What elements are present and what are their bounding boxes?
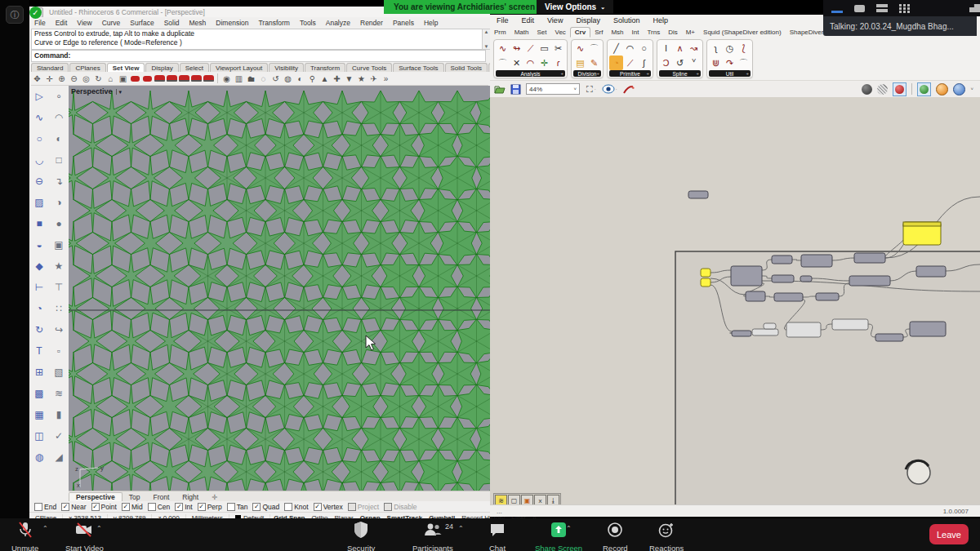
rhino-tab-solid-tools[interactable]: Solid Tools: [445, 63, 488, 72]
unmute-button[interactable]: Unmute: [11, 521, 38, 551]
osnap-checkbox-project[interactable]: [348, 503, 356, 511]
speaker-view-icon[interactable]: [854, 5, 865, 12]
gh-component-icon[interactable]: ∿: [573, 41, 587, 56]
participants-caret-icon[interactable]: ⌃: [458, 525, 464, 532]
rhino-menu-dimension[interactable]: Dimension: [211, 19, 253, 27]
gh-component[interactable]: [731, 266, 762, 286]
osnap-checkbox-tan[interactable]: [227, 503, 235, 511]
rhino-tab-select[interactable]: Select: [180, 63, 209, 72]
sidebar-tool-icon[interactable]: ⊞: [29, 362, 49, 383]
toolbar-vehicle-tool-icon[interactable]: [167, 75, 177, 82]
sidebar-tool-icon[interactable]: ◠: [49, 107, 69, 128]
display-gem-green-icon[interactable]: [917, 82, 931, 96]
rhino-viewport[interactable]: Perspective▾ zyx: [69, 86, 490, 491]
osnap-checkbox-knot[interactable]: [284, 503, 292, 511]
security-button[interactable]: Security: [347, 521, 375, 551]
share-screen-caret-icon[interactable]: ⌃: [566, 525, 572, 532]
viewport-tab-front[interactable]: Front: [146, 493, 176, 501]
reactions-button[interactable]: Reactions: [649, 521, 684, 551]
toolbar-tool-icon[interactable]: ▣: [117, 73, 129, 84]
zoom-extents-caret-icon[interactable]: ·: [595, 87, 596, 91]
toolbar-vehicle-tool-icon[interactable]: [154, 75, 165, 82]
grid-view-icon[interactable]: [899, 4, 911, 13]
sidebar-tool-icon[interactable]: ▷: [29, 86, 49, 107]
sidebar-tool-icon[interactable]: ▨: [29, 192, 49, 213]
record-button[interactable]: Record: [603, 521, 628, 551]
sidebar-tool-icon[interactable]: ▫: [49, 340, 69, 362]
gh-component-icon[interactable]: ∿: [496, 41, 510, 56]
canvas-zoom-select[interactable]: 44%˅: [526, 83, 580, 95]
gh-component[interactable]: [732, 331, 751, 336]
sidebar-tool-icon[interactable]: ▮: [49, 404, 69, 425]
toolbar-tool-icon[interactable]: ◐: [294, 73, 306, 84]
display-gem-red-icon[interactable]: [893, 82, 906, 96]
zoom-extents-icon[interactable]: ⛶: [586, 84, 593, 95]
rhino-tab-visibility[interactable]: Visibility: [269, 63, 304, 72]
rhino-menu-panels[interactable]: Panels: [388, 19, 419, 27]
gh-tab-shapediver[interactable]: ShapeDiver: [786, 28, 828, 37]
gh-group-label[interactable]: Util+: [709, 70, 751, 77]
sidebar-tool-icon[interactable]: ∿: [29, 107, 49, 128]
gh-component-icon[interactable]: ⌒: [737, 56, 751, 70]
sidebar-tool-icon[interactable]: ↻: [29, 319, 49, 340]
rhino-tab-cplanes[interactable]: CPlanes: [69, 63, 105, 72]
gh-menu-view[interactable]: View: [541, 16, 569, 24]
rhino-menu-file[interactable]: File: [29, 19, 51, 27]
sidebar-tool-icon[interactable]: ✓: [49, 425, 69, 447]
toolbar-tool-icon[interactable]: ↻: [92, 73, 105, 84]
osnap-checkbox-quad[interactable]: ✓: [252, 503, 261, 511]
gh-group-label[interactable]: Division+: [573, 70, 601, 77]
gh-component-icon[interactable]: ⟋: [523, 41, 537, 56]
sidebar-tool-icon[interactable]: ◔: [29, 298, 49, 319]
gh-component-icon[interactable]: Ɔ: [659, 56, 673, 70]
display-ball-orange-icon[interactable]: [936, 83, 948, 96]
gh-component-icon[interactable]: ⋓: [709, 56, 723, 70]
gh-component-icon[interactable]: ʅ: [709, 41, 723, 56]
gh-group-expand-icon[interactable]: +: [596, 71, 599, 76]
sidebar-tool-icon[interactable]: ◆: [29, 256, 49, 277]
gh-group-label[interactable]: Analysis+: [496, 70, 565, 77]
gh-tab-vec[interactable]: Vec: [550, 28, 569, 37]
sidebar-tool-icon[interactable]: ◒: [29, 234, 49, 256]
gh-mini-tool-icon[interactable]: ▢: [508, 495, 520, 504]
gallery-view-icon[interactable]: [876, 4, 888, 12]
sidebar-tool-icon[interactable]: □: [49, 149, 69, 171]
gh-component-icon[interactable]: ↝: [687, 41, 701, 56]
toolbar-tool-icon[interactable]: ⊖: [68, 73, 80, 84]
gh-tab-trns[interactable]: Trns: [643, 28, 664, 37]
sidebar-tool-icon[interactable]: ↴: [49, 171, 69, 192]
gh-component[interactable]: [746, 291, 765, 301]
gh-component-icon[interactable]: ⌒: [496, 56, 510, 70]
gh-component-icon[interactable]: ✎: [587, 56, 601, 70]
gh-component-icon[interactable]: ▤: [573, 56, 587, 70]
gh-component-icon[interactable]: ▭: [537, 41, 551, 56]
toolbar-tool-icon[interactable]: ✥: [31, 73, 43, 84]
rhino-menu-surface[interactable]: Surface: [125, 19, 158, 27]
gh-component-icon[interactable]: ✂: [551, 41, 565, 56]
rhino-menu-render[interactable]: Render: [355, 19, 388, 27]
sidebar-tool-icon[interactable]: ▩: [29, 383, 49, 404]
gh-component[interactable]: [764, 323, 776, 329]
gh-menu-edit[interactable]: Edit: [515, 16, 541, 24]
toolbar-tool-icon[interactable]: ◌: [257, 73, 270, 84]
gh-group-expand-icon[interactable]: +: [746, 71, 749, 76]
sidebar-tool-icon[interactable]: ∘: [49, 86, 69, 107]
rhino-menu-analyze[interactable]: Analyze: [321, 19, 355, 27]
toolbar-vehicle-tool-icon[interactable]: [191, 75, 202, 82]
start-video-caret-icon[interactable]: ⌃: [96, 525, 102, 532]
open-file-icon[interactable]: [494, 84, 506, 95]
rhino-menu-curve[interactable]: Curve: [97, 19, 126, 27]
sidebar-tool-icon[interactable]: ↪: [49, 319, 69, 340]
gh-component-icon[interactable]: ◠: [623, 41, 637, 56]
toolbar-tool-icon[interactable]: ⊕: [56, 73, 68, 84]
toolbar-tool-icon[interactable]: ⚲: [306, 73, 318, 84]
gh-component-icon[interactable]: ↷: [723, 56, 737, 70]
viewport-tab-top[interactable]: Top: [122, 493, 147, 501]
toolbar-tool-icon[interactable]: ▲: [318, 73, 331, 84]
gh-component-icon[interactable]: ↬: [510, 41, 523, 56]
save-file-icon[interactable]: [510, 84, 521, 95]
gh-component-icon[interactable]: I: [659, 41, 673, 56]
rhino-command-history[interactable]: Press Control to extrude, tap Alt to mak…: [31, 29, 486, 50]
sidebar-tool-icon[interactable]: ◫: [29, 425, 49, 447]
gh-component[interactable]: [688, 191, 708, 198]
